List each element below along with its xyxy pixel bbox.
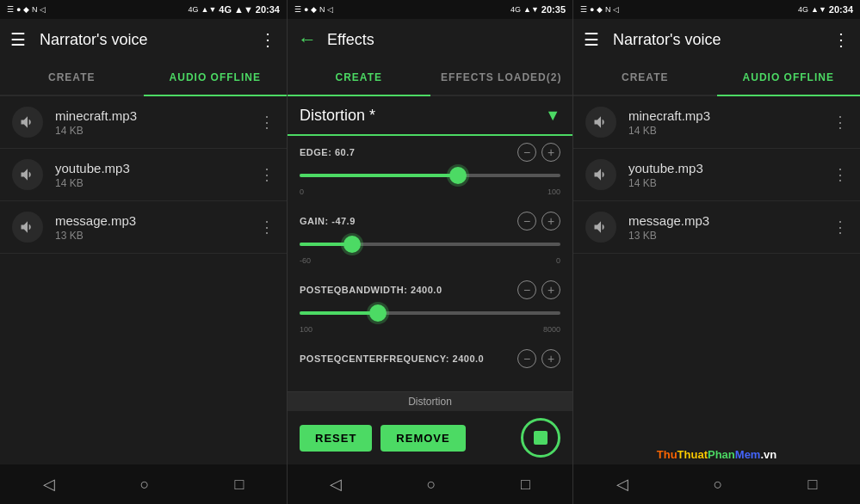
gain-max-label: 0 (556, 256, 560, 265)
network-label-2: 4G (510, 5, 521, 14)
back-nav-2[interactable]: ◁ (330, 475, 342, 494)
network-label: 4G (188, 5, 198, 14)
remove-button[interactable]: REMOVE (381, 425, 465, 452)
slider-edge-label: EDGE: 60.7 (300, 147, 355, 157)
signal-strength-2: ▲▼ (523, 5, 539, 14)
watermark-thuat: Thuat (677, 448, 708, 461)
overflow-menu-1[interactable]: ⋮ (259, 29, 276, 50)
gain-decrement-button[interactable]: − (517, 212, 536, 230)
effects-actions: RESET REMOVE (288, 411, 572, 464)
tab-create-3[interactable]: CREATE (573, 60, 717, 95)
file-menu-1[interactable]: ⋮ (259, 113, 275, 132)
file-size-3c: 13 KB (628, 230, 832, 242)
tab-create-1[interactable]: CREATE (0, 60, 144, 95)
file-info-3a: minecraft.mp3 14 KB (628, 108, 832, 137)
signal-strength: ▲▼ (201, 5, 216, 14)
edge-track-fill (300, 174, 458, 177)
tab-audio-offline-3[interactable]: AUDIO OFFLINE (717, 60, 861, 95)
recents-nav-2[interactable]: □ (521, 476, 530, 494)
panel-3: ☰ ● ◆ N ◁ 4G ▲▼ 20:34 ☰ Narrator's voice… (573, 0, 860, 504)
centerfreq-decrement-button[interactable]: − (517, 349, 536, 368)
recents-nav-3[interactable]: □ (808, 476, 818, 494)
status-right-icons-2: 4G ▲▼ 20:35 (510, 4, 566, 15)
back-button-effects[interactable]: ← (298, 28, 317, 51)
file-info-3c: message.mp3 13 KB (628, 213, 832, 242)
file-item-1-youtube[interactable]: youtube.mp3 14 KB ⋮ (0, 149, 287, 201)
file-menu-3[interactable]: ⋮ (259, 218, 275, 237)
gain-thumb[interactable] (343, 236, 361, 253)
network-label-3: 4G (798, 5, 808, 14)
slider-centerfreq-header: POSTEQCENTERFREQUENCY: 2400.0 − + (300, 349, 560, 368)
back-nav-3[interactable]: ◁ (616, 475, 628, 494)
slider-gain-controls: − + (517, 212, 560, 230)
slider-bandwidth-header: POSTEQBANDWIDTH: 2400.0 − + (300, 280, 560, 299)
file-icon-2 (12, 159, 43, 190)
distortion-label: Distortion * (300, 107, 545, 125)
file-item-3-minecraft[interactable]: minecraft.mp3 14 KB ⋮ (573, 96, 860, 149)
bandwidth-min-label: 100 (300, 325, 312, 334)
file-menu-3c[interactable]: ⋮ (832, 218, 848, 237)
file-size-3b: 14 KB (628, 177, 832, 189)
file-icon-3b (585, 159, 616, 190)
bandwidth-thumb[interactable] (369, 304, 387, 322)
slider-centerfreq-controls: − + (517, 349, 560, 368)
file-menu-2[interactable]: ⋮ (259, 165, 275, 184)
signal-strength-3: ▲▼ (811, 5, 826, 14)
gain-increment-button[interactable]: + (541, 212, 560, 230)
file-item-3-message[interactable]: message.mp3 13 KB ⋮ (573, 201, 860, 254)
home-nav-3[interactable]: ○ (714, 476, 723, 494)
file-info-3: message.mp3 13 KB (55, 213, 259, 242)
back-nav-1[interactable]: ◁ (43, 475, 55, 494)
home-nav-1[interactable]: ○ (140, 476, 150, 494)
edge-max-label: 100 (548, 187, 560, 196)
wifi-icon: ● (16, 5, 21, 14)
bandwidth-decrement-button[interactable]: − (517, 280, 536, 299)
file-icon-3 (12, 212, 43, 243)
effects-tab-bar: CREATE EFFECTS LOADED(2) (288, 60, 572, 96)
audio-icon-3a (592, 114, 609, 131)
reset-button[interactable]: RESET (300, 425, 372, 452)
tab-create-effects[interactable]: CREATE (288, 60, 430, 95)
dropdown-arrow-icon: ▼ (545, 107, 560, 125)
effects-top-bar: ← Effects (288, 19, 572, 60)
file-item-1-message[interactable]: message.mp3 13 KB ⋮ (0, 201, 287, 254)
audio-icon-3b (592, 166, 609, 183)
file-menu-3a[interactable]: ⋮ (832, 113, 848, 132)
file-info-1: minecraft.mp3 14 KB (55, 108, 259, 137)
gain-range-row: -60 0 (300, 256, 560, 265)
overflow-menu-3[interactable]: ⋮ (832, 29, 850, 50)
edge-thumb[interactable] (449, 167, 467, 184)
centerfreq-increment-button[interactable]: + (541, 349, 560, 368)
file-menu-3b[interactable]: ⋮ (832, 165, 848, 184)
file-size-3a: 14 KB (628, 125, 832, 137)
status-bar-1: ☰ ● ◆ N ◁ 4G ▲▼ 4G ▲▼ 20:34 (0, 0, 287, 19)
hamburger-icon[interactable]: ☰ (10, 29, 26, 50)
time-display-2: 20:35 (541, 4, 566, 15)
time-display-3: 20:34 (829, 4, 853, 15)
file-name-3c: message.mp3 (628, 213, 832, 228)
file-size-1: 14 KB (55, 125, 259, 137)
hamburger-icon-3[interactable]: ☰ (584, 29, 599, 50)
home-nav-2[interactable]: ○ (427, 476, 436, 494)
watermark-thu: Thu (657, 448, 677, 461)
gain-slider-track[interactable] (300, 234, 560, 255)
bandwidth-slider-track[interactable] (300, 303, 560, 323)
slider-centerfreq: POSTEQCENTERFREQUENCY: 2400.0 − + (300, 349, 560, 368)
distortion-dropdown[interactable]: Distortion * ▼ (288, 96, 572, 136)
tab-audio-offline-1[interactable]: AUDIO OFFLINE (144, 60, 288, 95)
bandwidth-increment-button[interactable]: + (541, 280, 560, 299)
status-right-icons-3: 4G ▲▼ 20:34 (798, 4, 853, 15)
stop-button[interactable] (521, 418, 560, 458)
distortion-banner: Distortion (288, 392, 572, 411)
file-item-3-youtube[interactable]: youtube.mp3 14 KB ⋮ (573, 149, 860, 201)
file-item-1-minecraft[interactable]: minecraft.mp3 14 KB ⋮ (0, 96, 287, 149)
file-info-2: youtube.mp3 14 KB (55, 161, 259, 189)
edge-increment-button[interactable]: + (541, 143, 560, 162)
recents-nav-1[interactable]: □ (235, 476, 244, 494)
status-bar-2: ☰ ● ◆ N ◁ 4G ▲▼ 20:35 (288, 0, 572, 19)
tab-effects-loaded[interactable]: EFFECTS LOADED(2) (430, 60, 573, 95)
slider-gain: GAIN: -47.9 − + -60 0 (300, 212, 560, 265)
edge-decrement-button[interactable]: − (517, 143, 536, 162)
edge-slider-track[interactable] (300, 165, 560, 186)
app-title-1: Narrator's voice (40, 31, 259, 49)
